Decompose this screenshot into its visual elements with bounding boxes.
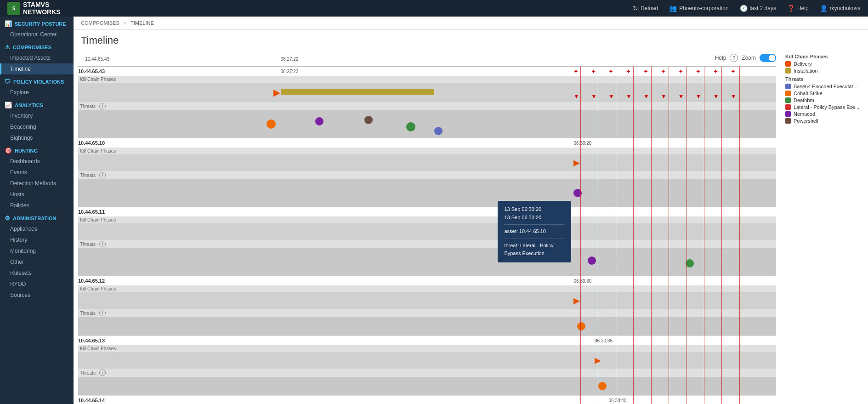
- breadcrumb-compromises[interactable]: COMPROMISES: [81, 20, 119, 26]
- user-menu[interactable]: 👤 rkyuchukova: [820, 5, 861, 12]
- sidebar-item-dashboards[interactable]: Dashboards: [0, 156, 74, 167]
- zoom-toggle[interactable]: [760, 54, 776, 62]
- sidebar-item-monitoring[interactable]: Monitoring: [0, 245, 74, 256]
- help-button[interactable]: ❓ Help: [787, 5, 809, 12]
- sidebar-item-events[interactable]: Events: [0, 167, 74, 178]
- sidebar-item-ryod[interactable]: RYOD: [0, 279, 74, 290]
- sidebar-section-administration[interactable]: ⚙ ADMINISTRATION: [0, 211, 74, 223]
- kcp-row-label-43: Kill Chain Phases: [78, 76, 776, 83]
- security-posture-label: SECURITY POSTURE: [15, 21, 66, 27]
- sidebar-item-policies[interactable]: Policies: [0, 200, 74, 211]
- tooltip-line2: 13 Sep 06:30:20: [504, 214, 565, 222]
- sidebar-item-detection-methods[interactable]: Detection Methods: [0, 178, 74, 189]
- administration-label: ADMINISTRATION: [13, 216, 57, 221]
- red-star-6: ✦: [661, 68, 666, 75]
- sidebar-item-beaconing[interactable]: Beaconing: [0, 121, 74, 132]
- threats-label-10: Threats i: [78, 171, 776, 179]
- asset-10-44-65-10: 10.44.65.10 06:30:20 Kill Chain Phases ▶…: [78, 138, 776, 207]
- down-arrow-6: ▼: [661, 93, 666, 100]
- down-arrow-7: ▼: [678, 93, 684, 100]
- sidebar-item-history[interactable]: History: [0, 234, 74, 245]
- administration-icon: ⚙: [5, 215, 10, 222]
- asset-10-44-65-43: 10.44.65.43 06:27:22 ✦ ✦ ✦ ✦ ✦ ✦ ✦ ✦ ✦ ✦: [78, 67, 776, 138]
- org-selector[interactable]: 👥 Phoenix-corporation: [669, 5, 728, 12]
- powershell-color: [785, 118, 791, 124]
- sidebar-item-explore[interactable]: Explore: [0, 87, 74, 98]
- kcp-row-10: ▶: [78, 154, 776, 171]
- red-star-7: ✦: [678, 68, 683, 75]
- lateral-label: Lateral - Policy Bypass Exe...: [794, 104, 859, 110]
- nemucod-label: Nemucod: [794, 111, 815, 117]
- zoom-bar: Help ? Zoom: [715, 54, 776, 62]
- sidebar-section-compromises[interactable]: ⚠ COMPROMISES: [0, 40, 74, 52]
- topbar: S STAMVSNETWORKS ↻ Reload 👥 Phoenix-corp…: [0, 0, 868, 17]
- threats-info-10[interactable]: i: [99, 172, 106, 178]
- legend-deathhm: Deathhm: [785, 97, 863, 103]
- reload-button[interactable]: ↻ Reload: [633, 5, 658, 12]
- red-vline-1: [580, 67, 581, 404]
- topbar-actions: ↻ Reload 👥 Phoenix-corporation 🕐 last 2 …: [633, 5, 861, 12]
- nemucod-color: [785, 111, 791, 117]
- page-header: Timeline: [74, 30, 868, 49]
- asset-ip-label: 10.44.65.43: [78, 68, 105, 74]
- help-icon-btn[interactable]: ?: [730, 54, 738, 62]
- kcp-arrow-12: ▶: [573, 296, 580, 306]
- time-selector[interactable]: 🕐 last 2 days: [740, 5, 776, 12]
- sidebar-section-analytics[interactable]: 📈 ANALYTICS: [0, 98, 74, 110]
- sidebar-item-sightings[interactable]: Sightings: [0, 132, 74, 143]
- sidebar-item-sources[interactable]: Sources: [0, 290, 74, 301]
- red-vline-7: [686, 67, 687, 404]
- threats-info-12[interactable]: i: [99, 310, 106, 316]
- threats-info-13[interactable]: i: [99, 370, 106, 376]
- cobalt-color: [785, 91, 791, 96]
- threat-deathhm: [406, 122, 415, 131]
- sidebar-section-policy-violations[interactable]: 🛡 POLICY VIOLATIONS: [0, 74, 74, 87]
- user-icon: 👤: [820, 5, 828, 12]
- threats-row-12: [78, 317, 776, 336]
- breadcrumb-sep: >: [124, 20, 126, 26]
- threats-label-11: Threats i: [78, 240, 776, 248]
- down-arrow-4: ▼: [626, 93, 631, 100]
- sidebar-item-operational-center[interactable]: Operational Center: [0, 29, 74, 40]
- sidebar-section-hunting[interactable]: 🎯 HUNTING: [0, 143, 74, 156]
- installation-bar-43: [281, 89, 434, 95]
- threats-text-13: Threats: [80, 370, 96, 376]
- sidebar-section-security-posture[interactable]: 📊 SECURITY POSTURE: [0, 17, 74, 29]
- threats-label-12: Threats i: [78, 309, 776, 317]
- asset-time-13: 06:30:35: [595, 338, 613, 343]
- compromises-icon: ⚠: [5, 44, 10, 51]
- threats-row-11: [78, 248, 776, 276]
- sidebar-item-other[interactable]: Other: [0, 256, 74, 267]
- red-star-1: ✦: [573, 68, 579, 75]
- deathhm-label: Deathhm: [794, 97, 814, 103]
- sidebar-item-appliances[interactable]: Appliances: [0, 223, 74, 234]
- kcp-label-11: Kill Chain Phases: [78, 216, 776, 223]
- org-label: Phoenix-corporation: [679, 5, 728, 11]
- tooltip-threat: threat: Lateral - PolicyBypass Execution: [504, 242, 565, 258]
- asset-ip-14: 10.44.65.14: [78, 398, 105, 403]
- sidebar-item-impacted-assets[interactable]: Impacted Assets: [0, 52, 74, 63]
- asset-header-14: 10.44.65.14 06:30:40: [78, 396, 776, 404]
- tooltip-sep2: [504, 239, 565, 239]
- timeline-wrapper[interactable]: Help ? Zoom Kill Chain Phases Delivery I…: [74, 49, 868, 404]
- kcp-row-12: ▶: [78, 292, 776, 309]
- sidebar-item-hosts[interactable]: Hosts: [0, 189, 74, 200]
- kcp-label-10: Kill Chain Phases: [78, 148, 776, 154]
- sidebar-item-timeline[interactable]: Timeline: [0, 63, 74, 74]
- time-label: last 2 days: [750, 5, 776, 11]
- threats-label: Threats: [80, 104, 96, 109]
- threats-info-11[interactable]: i: [99, 241, 106, 247]
- kcp-label-12: Kill Chain Phases: [78, 285, 776, 292]
- asset-header-11: 10.44.65.11: [78, 207, 776, 216]
- sidebar-item-rulesets[interactable]: Rulesets: [0, 267, 74, 279]
- sidebar-item-inventory[interactable]: Inventory: [0, 110, 74, 121]
- down-arrow-8: ▼: [696, 93, 701, 100]
- kcp-row-43: ▶ ▼ ▼ ▼ ▼ ▼ ▼ ▼ ▼ ▼ ▼: [78, 83, 776, 102]
- logo-icon: S: [7, 2, 20, 15]
- compromises-label: COMPROMISES: [13, 45, 51, 50]
- asset-header-10: 10.44.65.10 06:30:20: [78, 138, 776, 148]
- threats-info-icon[interactable]: i: [99, 103, 106, 109]
- logo: S STAMVSNETWORKS: [7, 1, 61, 16]
- asset-10-44-65-14: 10.44.65.14 06:30:40 Kill Chain Phases ▶…: [78, 396, 776, 404]
- delivery-color: [785, 61, 791, 67]
